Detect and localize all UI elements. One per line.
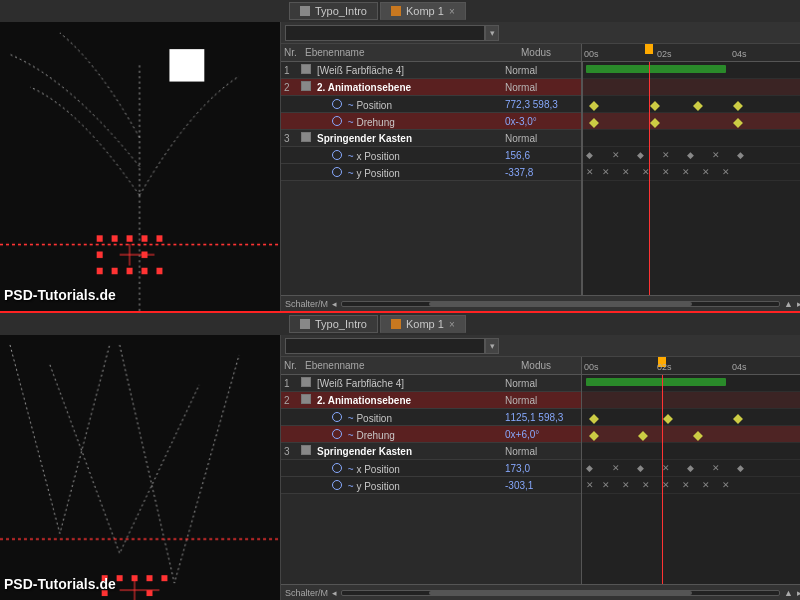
search-input-1[interactable] [285,25,485,41]
search-arrow-1[interactable]: ▾ [485,25,499,41]
kf-cross: ✕ [586,167,594,177]
layer-row[interactable]: ~ y Position -303,1 [281,477,581,494]
time-label-04s-2: 04s [732,362,747,372]
kf-cross: ◆ [737,150,744,160]
tab-icon-komp [391,6,401,16]
kf-cross: ✕ [722,167,730,177]
tab-label-komp-b: Komp 1 [406,318,444,330]
kf-cross: ✕ [586,480,594,490]
layer-row[interactable]: ~ y Position -337,8 [281,164,581,181]
col-nr-1: Nr. [281,47,301,58]
tilde-icon: ~ [348,481,354,492]
kf-row [582,130,800,147]
tab-typo-intro-b[interactable]: Typo_Intro [289,315,378,333]
layer-row[interactable]: ~ x Position 173,0 [281,460,581,477]
kf-cross: ✕ [662,150,670,160]
kf-cross: ◆ [687,150,694,160]
col-mode-2: Modus [521,360,581,371]
col-mode-1: Modus [521,47,581,58]
col-headers-1: Nr. Ebenenname Modus [281,44,581,62]
scroll-track-1[interactable] [341,301,780,307]
search-input-2[interactable] [285,338,485,354]
kf-row [582,375,800,392]
keyframe-diamond[interactable] [733,414,743,424]
keyframe-diamond[interactable] [663,414,673,424]
kf-cross: ✕ [662,463,670,473]
keyframe-diamond[interactable] [693,101,703,111]
kf-cross: ✕ [712,463,720,473]
tab-komp1-b[interactable]: Komp 1 × [380,315,466,333]
kf-cross: ✕ [662,167,670,177]
kf-row [582,62,800,79]
tab-close-komp-b[interactable]: × [449,319,455,330]
keyframe-diamond[interactable] [638,431,648,441]
keyframe-diamond[interactable] [589,431,599,441]
kf-row [582,392,800,409]
layer-row[interactable]: ~ Drehung 0x-3,0° [281,113,581,130]
time-cursor-head-1 [645,44,653,54]
layer-row[interactable]: 2 2. Animationsebene Normal [281,79,581,96]
search-arrow-2[interactable]: ▾ [485,338,499,354]
clock-icon [331,98,343,110]
tilde-icon: ~ [348,117,354,128]
layer-row[interactable]: ~ x Position 156,6 [281,147,581,164]
kf-row [582,409,800,426]
tab-komp1[interactable]: Komp 1 × [380,2,466,20]
tab-bar-top: Typo_Intro Komp 1 × [0,0,800,22]
preview-2: PSD-Tutorials.de [0,335,281,600]
scroll-arrow-left-1[interactable]: ◂ [332,299,337,309]
mountain-icon-2: ▲ [784,588,793,598]
tab-bar-bottom: Typo_Intro Komp 1 × [0,313,800,335]
kf-cross: ◆ [586,463,593,473]
keyframe-diamond[interactable] [693,431,703,441]
layer-row[interactable]: ~ Drehung 0x+6,0° [281,426,581,443]
scroll-track-2[interactable] [341,590,780,596]
panel-1: PSD-Tutorials.de ▾ Nr. Ebenenname [0,22,800,311]
tilde-icon: ~ [348,100,354,111]
tab-icon-typo [300,6,310,16]
kf-cross: ◆ [586,150,593,160]
keyframe-diamond[interactable] [650,101,660,111]
green-bar-1 [586,65,726,73]
col-name-2: Ebenenname [301,360,521,371]
time-ruler-2: 00s 02s 04s [582,357,800,375]
layer-row[interactable]: 1 [Weiß Farbfläche 4] Normal [281,62,581,79]
layer-row[interactable]: 1 [Weiß Farbfläche 4] Normal [281,375,581,392]
kf-cross: ◆ [637,150,644,160]
scroll-arrow-left-2[interactable]: ◂ [332,588,337,598]
kf-row [582,443,800,460]
watermark-2: PSD-Tutorials.de [4,576,116,592]
tab-icon-typo-b [300,319,310,329]
tab-close-komp[interactable]: × [449,6,455,17]
keyframe-diamond[interactable] [589,118,599,128]
kf-cross: ✕ [642,480,650,490]
mountain-icon-1: ▲ [784,299,793,309]
clock-icon [331,149,343,161]
layer-row[interactable]: 3 Springender Kasten Normal [281,130,581,147]
tilde-icon: ~ [348,464,354,475]
tab-label-typo: Typo_Intro [315,5,367,17]
watermark-1: PSD-Tutorials.de [4,287,116,303]
keyframe-diamond[interactable] [733,101,743,111]
layer-row[interactable]: ~ Position 772,3 598,3 [281,96,581,113]
kf-cross: ✕ [682,480,690,490]
kf-cross: ✕ [682,167,690,177]
layer-row[interactable]: 3 Springender Kasten Normal [281,443,581,460]
tab-typo-intro[interactable]: Typo_Intro [289,2,378,20]
clock-icon [331,462,343,474]
layer-row[interactable]: ~ Position 1125,1 598,3 [281,409,581,426]
keyframe-diamond[interactable] [589,101,599,111]
bottom-scroll-1: Schalter/M ◂ ▲ ▸ [281,295,800,311]
clock-icon [331,428,343,440]
col-nr-2: Nr. [281,360,301,371]
kf-row: ◆ ✕ ◆ ✕ ◆ ✕ ◆ [582,147,800,164]
bottom-scroll-2: Schalter/M ◂ ▲ ▸ [281,584,800,600]
keyframe-diamond[interactable] [733,118,743,128]
kf-row: ◆ ✕ ◆ ✕ ◆ ✕ ◆ [582,460,800,477]
keyframe-diamond[interactable] [650,118,660,128]
layer-row[interactable]: 2 2. Animationsebene Normal [281,392,581,409]
kf-cross: ✕ [612,463,620,473]
timeline-right-2: 00s 02s 04s [581,357,800,584]
keyframe-diamond[interactable] [589,414,599,424]
preview-1: PSD-Tutorials.de [0,22,281,311]
